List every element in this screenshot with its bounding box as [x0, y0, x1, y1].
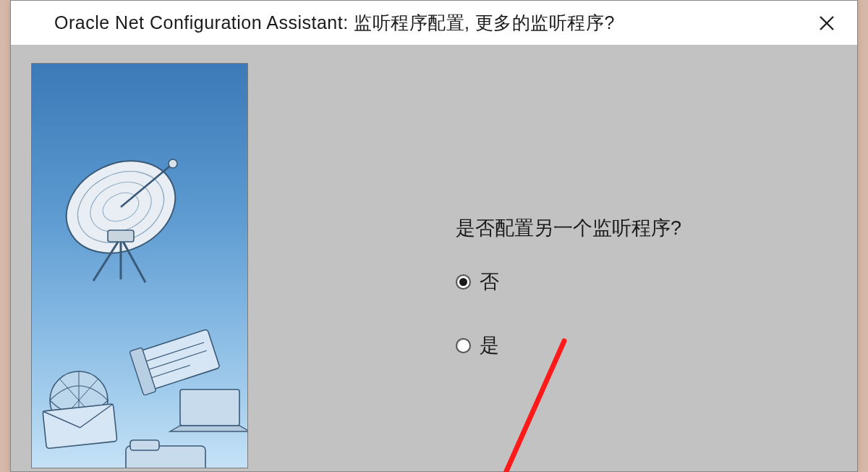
radio-icon	[456, 274, 471, 290]
window-title: Oracle Net Configuration Assistant: 监听程序…	[54, 11, 615, 35]
svg-point-7	[169, 159, 177, 168]
question-text: 是否配置另一个监听程序?	[456, 215, 681, 241]
main-panel: 是否配置另一个监听程序? 否 是	[271, 46, 857, 471]
svg-rect-21	[180, 389, 239, 426]
svg-line-23	[506, 341, 564, 471]
radio-group-configure-another: 否 是	[456, 269, 499, 396]
radio-icon	[456, 338, 471, 353]
radio-option-no[interactable]: 否	[456, 269, 499, 295]
content-area: 是否配置另一个监听程序? 否 是	[11, 46, 857, 471]
title-bar: Oracle Net Configuration Assistant: 监听程序…	[11, 1, 857, 46]
radio-label-no: 否	[480, 269, 499, 295]
svg-marker-22	[170, 426, 248, 431]
svg-rect-15	[130, 440, 159, 450]
svg-rect-11	[108, 230, 134, 242]
svg-rect-13	[43, 404, 117, 449]
close-icon[interactable]	[812, 9, 841, 38]
dialog-window: Oracle Net Configuration Assistant: 监听程序…	[10, 0, 858, 472]
radio-option-yes[interactable]: 是	[456, 332, 499, 358]
radio-label-yes: 是	[480, 332, 499, 358]
wizard-sidebar-graphic	[31, 63, 248, 468]
